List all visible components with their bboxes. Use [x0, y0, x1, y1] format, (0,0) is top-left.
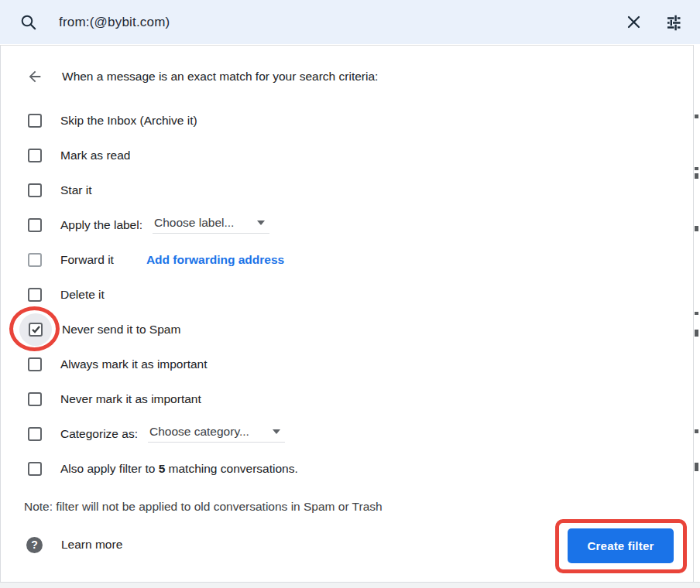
chevron-down-icon — [273, 429, 280, 434]
filter-option-rows: Skip the Inbox (Archive it) Mark as read… — [1, 103, 693, 486]
checkbox-skip-inbox[interactable] — [28, 114, 42, 128]
create-filter-button[interactable]: Create filter — [568, 528, 674, 563]
search-options-tune-icon[interactable] — [664, 13, 683, 32]
row-also-apply: Also apply filter to 5 matching conversa… — [1, 451, 693, 486]
row-always-important: Always mark it as important — [1, 347, 693, 381]
note-text: Note: filter will not be applied to old … — [1, 500, 693, 514]
row-label: Always mark it as important — [60, 357, 208, 371]
row-label: Delete it — [60, 288, 105, 302]
panel-header: When a message is an exact match for you… — [1, 61, 693, 92]
checkbox-delete-it[interactable] — [28, 288, 42, 302]
gmail-filter-dialog-page: from:(@bybit.com) When a message is an e… — [0, 0, 700, 588]
row-label: Never mark it as important — [60, 392, 201, 406]
search-bar: from:(@bybit.com) — [0, 0, 700, 44]
search-icon[interactable] — [20, 14, 37, 31]
checkbox-star-it[interactable] — [28, 183, 42, 197]
row-label: Forward it — [60, 253, 114, 267]
checkbox-never-important[interactable] — [28, 392, 42, 406]
checkbox-also-apply[interactable] — [28, 462, 42, 476]
row-delete-it: Delete it — [1, 277, 693, 312]
choose-category-dropdown[interactable]: Choose category... — [148, 425, 285, 443]
checkbox-apply-label[interactable] — [28, 218, 42, 232]
panel-title: When a message is an exact match for you… — [62, 70, 378, 84]
background-content-fragment — [695, 173, 698, 179]
dropdown-value: Choose label... — [154, 216, 234, 230]
learn-more-link[interactable]: Learn more — [61, 538, 122, 552]
background-page-sliver — [694, 45, 700, 582]
background-content-fragment — [695, 463, 698, 471]
checkbox-always-important[interactable] — [28, 357, 42, 371]
row-label: Categorize as: — [60, 427, 138, 441]
row-label: Skip the Inbox (Archive it) — [60, 114, 197, 128]
row-never-important: Never mark it as important — [1, 381, 693, 416]
back-arrow-icon[interactable] — [26, 68, 43, 85]
row-label: Also apply filter to 5 matching conversa… — [60, 462, 298, 476]
chevron-down-icon — [257, 220, 265, 225]
row-mark-as-read: Mark as read — [1, 138, 693, 173]
row-apply-label: Apply the label: Choose label... — [1, 207, 693, 242]
row-never-spam: Never send it to Spam — [1, 312, 693, 347]
filter-options-panel: When a message is an exact match for you… — [0, 45, 694, 582]
help-icon[interactable]: ? — [26, 537, 43, 553]
background-content-fragment — [695, 330, 698, 337]
background-content-fragment — [695, 115, 698, 118]
row-label: Mark as read — [60, 149, 130, 162]
checkbox-hover-circle — [19, 313, 52, 346]
background-content-fragment — [695, 312, 698, 315]
add-forwarding-address-link[interactable]: Add forwarding address — [146, 253, 284, 267]
background-content-fragment — [695, 226, 698, 231]
checkbox-categorize-as[interactable] — [28, 427, 42, 441]
background-content-fragment — [695, 429, 698, 433]
row-label: Apply the label: — [60, 218, 142, 232]
row-forward-it: Forward it Add forwarding address — [1, 242, 693, 277]
dropdown-value: Choose category... — [149, 425, 249, 439]
matching-count: 5 — [159, 462, 166, 475]
checkbox-forward-it[interactable] — [28, 253, 42, 267]
close-icon[interactable] — [626, 15, 641, 29]
choose-label-dropdown[interactable]: Choose label... — [153, 216, 269, 234]
row-label: Star it — [60, 183, 91, 197]
row-skip-inbox: Skip the Inbox (Archive it) — [1, 103, 693, 138]
row-label: Never send it to Spam — [62, 323, 180, 337]
row-categorize-as: Categorize as: Choose category... — [1, 416, 693, 451]
checkbox-never-spam-checked[interactable] — [29, 323, 43, 337]
search-input[interactable]: from:(@bybit.com) — [59, 15, 626, 30]
panel-bottom-edge — [0, 582, 700, 588]
row-star-it: Star it — [1, 173, 693, 207]
checkbox-mark-as-read[interactable] — [28, 149, 42, 162]
background-content-fragment — [695, 167, 698, 170]
